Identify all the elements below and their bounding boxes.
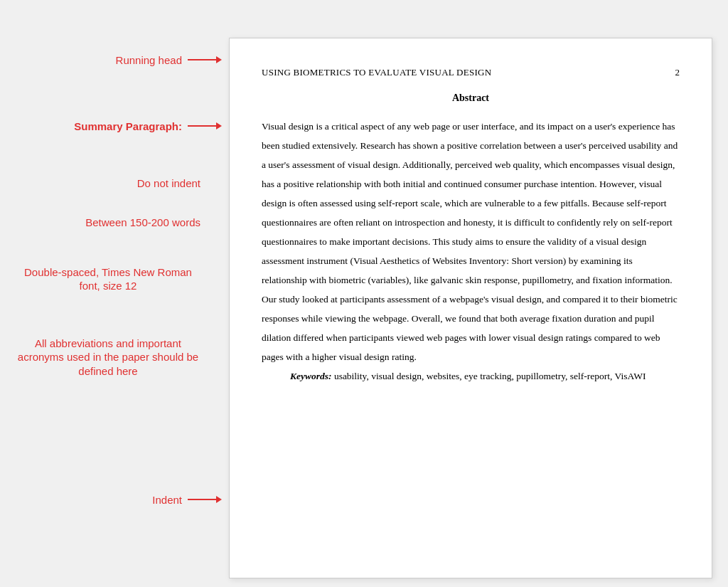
abbreviations-label: All abbreviations and important acronyms… (16, 337, 200, 379)
abstract-body: Visual design is a critical aspect of an… (262, 117, 680, 366)
keywords-text: usability, visual design, websites, eye … (332, 371, 646, 381)
keywords-paragraph: Keywords: usability, visual design, webs… (262, 366, 680, 386)
abstract-title: Abstract (262, 92, 680, 104)
font-annotation: Double-spaced, Times New Roman font, siz… (16, 265, 200, 293)
running-head-text: USING BIOMETRICS TO EVALUATE VISUAL DESI… (262, 67, 491, 78)
indent-annotation: Indent (16, 493, 222, 507)
abbreviations-annotation: All abbreviations and important acronyms… (16, 337, 200, 379)
keywords-label: Keywords: (290, 371, 332, 381)
indent-arrow-head (216, 496, 222, 503)
font-label: Double-spaced, Times New Roman font, siz… (16, 265, 200, 293)
summary-paragraph-annotation: Summary Paragraph: (16, 120, 222, 134)
page-number: 2 (675, 67, 680, 78)
summary-arrow-shaft (188, 125, 216, 127)
indent-arrow-shaft (188, 499, 216, 500)
running-head-arrow (188, 56, 222, 63)
annotation-panel: Running head Summary Paragraph: Do not i… (16, 38, 229, 578)
summary-arrow-head (216, 122, 222, 129)
summary-paragraph-label: Summary Paragraph: (74, 120, 182, 134)
outer-container: Running head Summary Paragraph: Do not i… (14, 14, 714, 587)
running-head-label: Running head (116, 53, 182, 68)
paper-document: USING BIOMETRICS TO EVALUATE VISUAL DESI… (229, 38, 712, 578)
word-count-annotation: Between 150-200 words (16, 216, 200, 230)
do-not-indent-annotation: Do not indent (16, 176, 200, 191)
do-not-indent-label: Do not indent (137, 176, 200, 191)
indent-arrow (188, 496, 222, 503)
running-head-arrow-head (216, 56, 222, 63)
running-head-arrow-shaft (188, 59, 216, 60)
word-count-label: Between 150-200 words (85, 216, 200, 230)
layout: Running head Summary Paragraph: Do not i… (16, 38, 712, 578)
summary-arrow (188, 122, 222, 129)
running-head-annotation: Running head (16, 53, 222, 68)
paper-header: USING BIOMETRICS TO EVALUATE VISUAL DESI… (262, 67, 680, 78)
indent-label: Indent (152, 493, 182, 507)
